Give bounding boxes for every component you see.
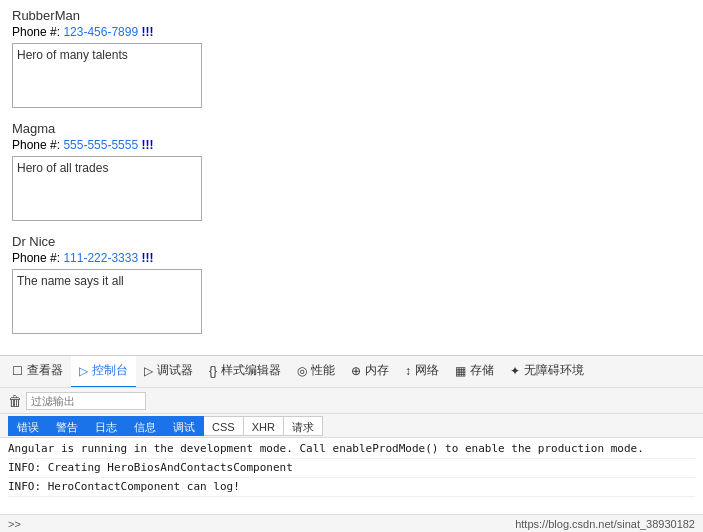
level-errors-button[interactable]: 错误 xyxy=(8,416,48,436)
level-debug-button[interactable]: 调试 xyxy=(165,416,204,436)
hero-bio[interactable]: Hero of all trades xyxy=(12,156,202,221)
clear-console-button[interactable]: 🗑 xyxy=(8,393,22,409)
tab-console-label: 控制台 xyxy=(92,362,128,379)
hero-phone: Phone #: 555-555-5555 !!! xyxy=(12,138,691,152)
expand-icon[interactable]: >> xyxy=(8,518,21,530)
tab-style-label: 样式编辑器 xyxy=(221,362,281,379)
main-content: RubberManPhone #: 123-456-7899 !!!Hero o… xyxy=(0,0,703,355)
tab-accessibility-label: 无障碍环境 xyxy=(524,362,584,379)
memory-icon: ⊕ xyxy=(351,364,361,378)
tab-console[interactable]: ▷ 控制台 xyxy=(71,356,136,388)
debugger-icon: ▷ xyxy=(144,364,153,378)
tab-network[interactable]: ↕ 网络 xyxy=(397,356,447,388)
hero-block: MagmaPhone #: 555-555-5555 !!!Hero of al… xyxy=(12,121,691,224)
hero-bio[interactable]: The name says it all xyxy=(12,269,202,334)
filter-input[interactable] xyxy=(26,392,146,410)
hero-phone: Phone #: 111-222-3333 !!! xyxy=(12,251,691,265)
console-level-bar: 错误 警告 日志 信息 调试 CSS XHR 请求 xyxy=(0,414,703,438)
accessibility-icon: ✦ xyxy=(510,364,520,378)
tab-performance-label: 性能 xyxy=(311,362,335,379)
hero-name: Dr Nice xyxy=(12,234,691,249)
level-info-button[interactable]: 信息 xyxy=(126,416,165,436)
level-xhr-button[interactable]: XHR xyxy=(244,416,284,436)
perf-icon: ◎ xyxy=(297,364,307,378)
tab-debugger[interactable]: ▷ 调试器 xyxy=(136,356,201,388)
tab-performance[interactable]: ◎ 性能 xyxy=(289,356,343,388)
tab-debugger-label: 调试器 xyxy=(157,362,193,379)
hero-bio[interactable]: Hero of many talents xyxy=(12,43,202,108)
level-log-button[interactable]: 日志 xyxy=(87,416,126,436)
page-url: https://blog.csdn.net/sinat_38930182 xyxy=(515,518,695,530)
console-icon: ▷ xyxy=(79,364,88,378)
tab-memory-label: 内存 xyxy=(365,362,389,379)
devtools-panel: ☐ 查看器 ▷ 控制台 ▷ 调试器 {} 样式编辑器 ◎ 性能 ⊕ 内存 ↕ 网… xyxy=(0,355,703,532)
storage-icon: ▦ xyxy=(455,364,466,378)
tab-accessibility[interactable]: ✦ 无障碍环境 xyxy=(502,356,592,388)
level-css-button[interactable]: CSS xyxy=(204,416,244,436)
level-warnings-button[interactable]: 警告 xyxy=(48,416,87,436)
status-bar: >> https://blog.csdn.net/sinat_38930182 xyxy=(0,514,703,532)
inspector-icon: ☐ xyxy=(12,364,23,378)
style-icon: {} xyxy=(209,364,217,378)
devtools-tab-bar: ☐ 查看器 ▷ 控制台 ▷ 调试器 {} 样式编辑器 ◎ 性能 ⊕ 内存 ↕ 网… xyxy=(0,356,703,388)
console-toolbar: 🗑 xyxy=(0,388,703,414)
hero-phone: Phone #: 123-456-7899 !!! xyxy=(12,25,691,39)
phone-link[interactable]: 555-555-5555 xyxy=(63,138,138,152)
tab-style-editor[interactable]: {} 样式编辑器 xyxy=(201,356,289,388)
tab-memory[interactable]: ⊕ 内存 xyxy=(343,356,397,388)
console-line: INFO: Creating HeroBiosAndContactsCompon… xyxy=(8,459,695,478)
tab-storage[interactable]: ▦ 存储 xyxy=(447,356,502,388)
console-line: Angular is running in the development mo… xyxy=(8,440,695,459)
hero-name: Magma xyxy=(12,121,691,136)
tab-network-label: 网络 xyxy=(415,362,439,379)
hero-block: Dr NicePhone #: 111-222-3333 !!!The name… xyxy=(12,234,691,337)
level-requests-button[interactable]: 请求 xyxy=(284,416,323,436)
tab-inspector-label: 查看器 xyxy=(27,362,63,379)
hero-name: RubberMan xyxy=(12,8,691,23)
phone-link[interactable]: 111-222-3333 xyxy=(63,251,138,265)
tab-inspector[interactable]: ☐ 查看器 xyxy=(4,356,71,388)
console-output: Angular is running in the development mo… xyxy=(0,438,703,514)
network-icon: ↕ xyxy=(405,364,411,378)
hero-block: RubberManPhone #: 123-456-7899 !!!Hero o… xyxy=(12,8,691,111)
tab-storage-label: 存储 xyxy=(470,362,494,379)
phone-link[interactable]: 123-456-7899 xyxy=(63,25,138,39)
console-line: INFO: HeroContactComponent can log! xyxy=(8,478,695,497)
